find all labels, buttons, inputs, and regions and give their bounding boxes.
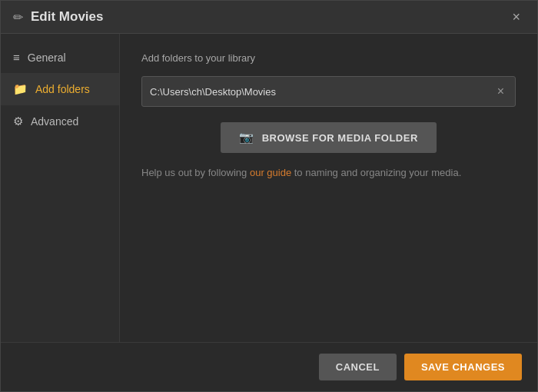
general-icon: ≡ bbox=[13, 51, 20, 64]
sidebar-item-add-folders[interactable]: 📁 Add folders bbox=[1, 73, 119, 105]
guide-text: Help us out by following our guide to na… bbox=[141, 165, 516, 181]
save-changes-button[interactable]: SAVE CHANGES bbox=[404, 354, 522, 380]
folder-input-row: × bbox=[141, 76, 516, 107]
title-bar: ✏ Edit Movies × bbox=[1, 1, 537, 34]
close-button[interactable]: × bbox=[507, 8, 525, 25]
sidebar: ≡ General 📁 Add folders ⚙ Advanced bbox=[1, 34, 120, 342]
browse-icon: 📷 bbox=[239, 131, 254, 145]
browse-media-folder-button[interactable]: 📷 BROWSE FOR MEDIA FOLDER bbox=[221, 122, 437, 153]
sidebar-item-general-label: General bbox=[28, 51, 66, 64]
edit-movies-dialog: ✏ Edit Movies × ≡ General 📁 Add folders … bbox=[0, 0, 538, 392]
advanced-icon: ⚙ bbox=[13, 115, 23, 128]
sidebar-item-advanced[interactable]: ⚙ Advanced bbox=[1, 105, 119, 138]
cancel-button[interactable]: CANCEL bbox=[319, 354, 397, 380]
title-bar-left: ✏ Edit Movies bbox=[13, 9, 103, 25]
sidebar-item-general[interactable]: ≡ General bbox=[1, 42, 119, 73]
edit-icon: ✏ bbox=[13, 10, 23, 25]
dialog-footer: CANCEL SAVE CHANGES bbox=[1, 342, 537, 391]
folder-clear-button[interactable]: × bbox=[494, 84, 507, 99]
sidebar-item-add-folders-label: Add folders bbox=[35, 83, 90, 95]
add-folders-icon: 📁 bbox=[13, 82, 28, 96]
folder-path-input[interactable] bbox=[150, 86, 494, 98]
section-label: Add folders to your library bbox=[141, 52, 516, 64]
browse-button-label: BROWSE FOR MEDIA FOLDER bbox=[262, 132, 418, 144]
main-content: Add folders to your library × 📷 BROWSE F… bbox=[120, 34, 537, 342]
dialog-body: ≡ General 📁 Add folders ⚙ Advanced Add f… bbox=[1, 34, 537, 342]
guide-text-before: Help us out by following bbox=[141, 167, 250, 178]
dialog-title: Edit Movies bbox=[31, 9, 103, 25]
guide-link[interactable]: our guide bbox=[250, 167, 291, 178]
guide-text-after: to naming and organizing your media. bbox=[291, 167, 461, 178]
sidebar-item-advanced-label: Advanced bbox=[31, 115, 78, 128]
